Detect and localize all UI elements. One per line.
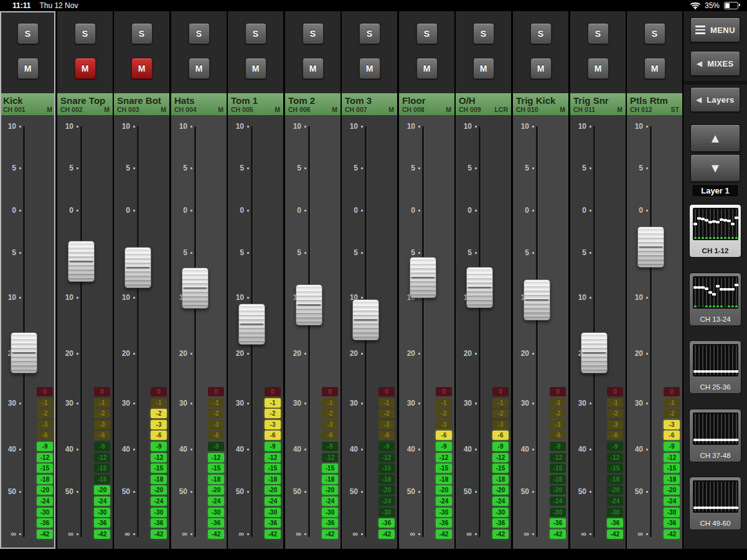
channel-strip[interactable]: S M Tom 3 CH 007 M 105051020304050∞ 0-1-… <box>342 11 397 549</box>
fader-cap[interactable] <box>637 226 664 268</box>
meter-segment: -9 <box>378 442 395 451</box>
meter-segment: -20 <box>378 485 395 495</box>
bank-button-ch-37-48[interactable]: CH 37-48 <box>689 409 741 462</box>
meter-segment: -15 <box>322 464 338 473</box>
channel-strip[interactable]: S M Floor CH 008 M 105051020304050∞ 0-1-… <box>399 11 454 549</box>
fader-cap[interactable] <box>581 332 608 373</box>
menu-button[interactable]: MENU <box>690 17 740 42</box>
meter-segment: -20 <box>436 485 452 495</box>
fader-cap[interactable] <box>125 247 151 288</box>
channel-strip[interactable]: S M Ptls Rtm CH 012 ST 105051020304050∞ … <box>627 11 682 549</box>
meter-segment: -15 <box>94 464 110 473</box>
meter-segment: -12 <box>492 453 509 462</box>
fader-cap[interactable] <box>11 332 37 373</box>
meter-segment: -42 <box>151 530 167 539</box>
channel-strip[interactable]: S M Trig Kick CH 010 M 105051020304050∞ … <box>513 11 568 549</box>
meter-segment: -42 <box>37 530 53 539</box>
channel-strip[interactable]: S M Trig Snr CH 011 M 105051020304050∞ 0… <box>570 11 626 549</box>
meter-segment: -6 <box>664 431 680 440</box>
meter-segment: -30 <box>265 508 281 517</box>
meter-segment: -6 <box>322 431 338 440</box>
bank-mini-display <box>693 276 738 309</box>
meter-segment: -12 <box>436 453 452 462</box>
meter-segment: -1 <box>664 398 680 408</box>
meter-segment: -24 <box>436 497 452 506</box>
meter-segment: 0 <box>322 387 338 396</box>
meter-segment: -24 <box>265 497 281 506</box>
meter-segment: -1 <box>607 398 623 408</box>
meter-segment: -15 <box>208 464 224 473</box>
channel-strip[interactable]: S M Hats CH 004 M 105051020304050∞ 0-1-2… <box>171 11 227 549</box>
fader-cap[interactable] <box>524 279 550 320</box>
meter-segment: -15 <box>550 464 566 473</box>
meter-segment: -18 <box>550 475 566 484</box>
meter-segment: -18 <box>151 475 167 484</box>
meter-segment: -42 <box>607 530 623 539</box>
bank-button-ch-25-36[interactable]: CH 25-36 <box>689 340 741 394</box>
hamburger-icon <box>695 26 705 34</box>
channel-strip[interactable]: S M Snare Bot CH 003 M 105051020304050∞ … <box>114 11 169 549</box>
meter-segment: 0 <box>151 387 167 396</box>
fader-cap[interactable] <box>238 304 265 345</box>
meter-segment: -36 <box>607 518 623 528</box>
meter-segment: -20 <box>492 485 509 495</box>
meter-segment: -12 <box>265 453 281 462</box>
meter-segment: -36 <box>492 518 509 528</box>
meter-segment: -3 <box>607 420 623 429</box>
battery-icon <box>724 2 738 9</box>
meter-segment: -6 <box>550 431 566 440</box>
bank-label: CH 25-36 <box>690 383 741 391</box>
meter-segment: -6 <box>37 431 53 440</box>
meter-segment: -20 <box>94 485 110 495</box>
meter-segment: -36 <box>208 518 224 528</box>
meter-segment: -6 <box>208 431 224 440</box>
meter-segment: -18 <box>664 475 680 484</box>
fader-cap[interactable] <box>410 257 436 298</box>
bank-button-ch-13-24[interactable]: CH 13-24 <box>689 273 741 326</box>
fader-cap[interactable] <box>68 241 95 282</box>
fader-cap[interactable] <box>182 268 209 309</box>
bank-mini-display <box>693 413 738 445</box>
meter-segment: -24 <box>151 497 167 506</box>
meter-segment: -12 <box>208 453 224 462</box>
fader-cap[interactable] <box>352 299 379 340</box>
meter-segment: -42 <box>378 530 395 539</box>
layer-up-button[interactable]: ▲ <box>690 124 740 152</box>
level-meter: 0-1-2-3-6-9-12-15-18-20-24-30-36-42 <box>228 11 283 549</box>
meter-segment: -42 <box>436 530 452 539</box>
meter-segment: -1 <box>550 398 566 408</box>
meter-segment: -12 <box>322 453 338 462</box>
panel-divider <box>684 81 747 85</box>
meter-segment: -2 <box>265 409 281 418</box>
meter-segment: -20 <box>151 485 167 495</box>
meter-segment: -9 <box>607 442 623 451</box>
meter-segment: -3 <box>94 420 110 429</box>
meter-segment: -36 <box>550 518 566 528</box>
level-meter: 0-1-2-3-6-9-12-15-18-20-24-30-36-42 <box>342 11 397 549</box>
channel-strip[interactable]: S M Tom 1 CH 005 M 105051020304050∞ 0-1-… <box>228 11 283 549</box>
channel-strip[interactable]: S M Snare Top CH 002 M 105051020304050∞ … <box>57 11 113 549</box>
meter-segment: -3 <box>664 420 680 429</box>
meter-segment: -6 <box>492 431 509 440</box>
fader-cap[interactable] <box>296 284 322 325</box>
fader-cap[interactable] <box>466 267 493 308</box>
channel-strip[interactable]: S M Tom 2 CH 006 M 105051020304050∞ 0-1-… <box>285 11 341 549</box>
bank-button-ch-49-60[interactable]: CH 49-60 <box>689 477 741 530</box>
meter-segment: -18 <box>322 475 338 484</box>
channel-strip[interactable]: S M O/H CH 009 LCR 105051020304050∞ 0-1-… <box>456 11 511 549</box>
meter-segment: -15 <box>664 464 680 473</box>
meter-segment: -12 <box>94 453 110 462</box>
date: Thu 12 Nov <box>39 1 78 10</box>
mixes-button[interactable]: ◀ MIXES <box>690 51 740 76</box>
meter-segment: -12 <box>664 453 680 462</box>
back-arrow-icon: ◀ <box>697 60 702 68</box>
layer-down-button[interactable]: ▼ <box>690 154 740 182</box>
clock: 11:11 <box>12 1 31 10</box>
right-panel: MENU ◀ MIXES ◀ Layers ▲ ▼ Layer 1 CH 1-1… <box>684 11 747 549</box>
meter-segment: -36 <box>436 518 452 528</box>
meter-segment: -24 <box>94 497 110 506</box>
channel-strip[interactable]: S M Kick CH 001 M 105051020304050∞ 0-1-2… <box>0 11 55 549</box>
layers-button[interactable]: ◀ Layers <box>690 87 740 112</box>
bank-button-ch-1-12[interactable]: CH 1-12 <box>689 204 741 258</box>
bank-mini-display <box>693 208 738 240</box>
